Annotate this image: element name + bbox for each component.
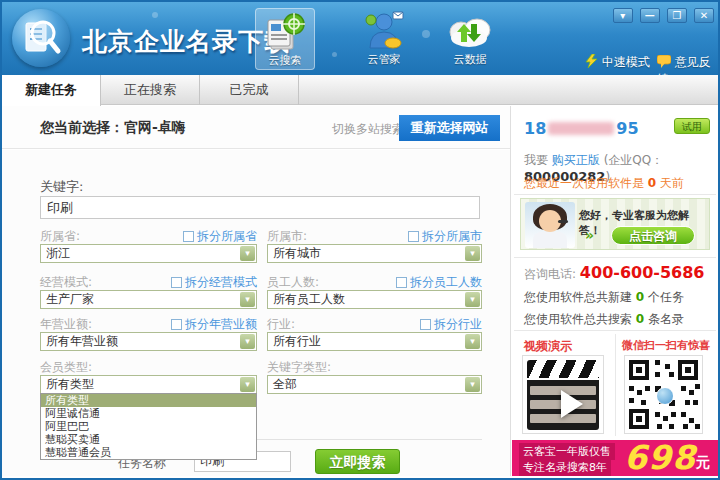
toolbar-button-label: 云搜索: [256, 53, 314, 68]
split-annual-revenue-checkbox[interactable]: 拆分年营业额: [171, 316, 257, 333]
video-demo-title: 视频演示: [524, 338, 572, 355]
stat-prefix: 您使用软件总共新建: [524, 290, 636, 304]
app-logo: [12, 9, 70, 67]
city-select[interactable]: 所有城市▾: [267, 244, 482, 263]
split-industry-checkbox[interactable]: 拆分行业: [420, 316, 482, 333]
business-mode-select[interactable]: 生产厂家▾: [40, 290, 257, 309]
select-value: 所有城市: [273, 246, 321, 260]
stat-prefix: 您使用软件总共搜索: [524, 312, 636, 326]
search-now-button[interactable]: 立即搜索: [315, 449, 400, 474]
keyword-input[interactable]: [40, 196, 480, 219]
split-business-mode-checkbox[interactable]: 拆分经营模式: [171, 274, 257, 291]
dropdown-option[interactable]: 阿里诚信通: [41, 407, 256, 420]
last-used-prefix: 您最近一次使用软件是: [524, 176, 648, 190]
tab-new-task[interactable]: 新建任务: [2, 75, 101, 106]
sparkle-decoration: [152, 12, 158, 18]
dropdown-option[interactable]: 慧聪普通会员: [41, 446, 256, 459]
dropdown-arrow-icon: ▾: [465, 377, 480, 392]
select-value: 所有员工人数: [273, 292, 345, 306]
minimize-button[interactable]: —: [640, 8, 660, 23]
select-value: 所有类型: [46, 377, 94, 391]
province-select[interactable]: 浙江▾: [40, 244, 257, 263]
buy-prefix: 我要: [524, 153, 552, 167]
tab-completed[interactable]: 已完成: [200, 75, 299, 105]
tasks-created-stat: 您使用软件总共新建 0 个任务: [524, 289, 684, 306]
lightning-icon: [585, 54, 598, 68]
checkbox-icon: [408, 231, 419, 242]
split-label: 拆分行业: [434, 317, 482, 331]
field-province: 所属省: 拆分所属省 浙江▾: [40, 228, 257, 264]
close-button[interactable]: ✕: [694, 8, 714, 23]
window-controls: ▾ — ❒ ✕: [611, 4, 714, 23]
tab-bar: 新建任务 正在搜索 已完成: [2, 75, 718, 105]
qq-label: (企业QQ：: [600, 153, 663, 167]
price-promo-banner[interactable]: 云客宝一年版仅售 专注名录搜索8年 698 元: [512, 440, 718, 476]
customer-service-banner[interactable]: 您好，专业客服为您解答！ » 点击咨询: [520, 198, 710, 250]
wechat-scan-title: 微信扫一扫有惊喜: [622, 338, 710, 353]
select-value: 浙江: [46, 246, 70, 260]
wechat-qr-code: [624, 355, 703, 434]
promo-line2: 专注名录搜索8年: [519, 459, 611, 476]
select-value: 所有年营业额: [46, 334, 118, 348]
speed-mode-button[interactable]: 中速模式: [585, 54, 650, 70]
clapperboard-body: [527, 380, 599, 430]
feedback-button[interactable]: 意见反馈: [657, 54, 718, 70]
industry-select[interactable]: 所有行业▾: [267, 332, 482, 351]
buy-genuine-link[interactable]: 购买正版: [552, 153, 600, 167]
hotline-label: 咨询电话:: [524, 267, 580, 281]
field-industry: 行业: 拆分行业 所有行业▾: [267, 316, 482, 352]
play-icon: [561, 390, 583, 418]
reselect-website-button[interactable]: 重新选择网站: [399, 115, 500, 141]
support-agent-photo: [525, 202, 575, 248]
toolbar-cloud-manager-button[interactable]: 云管家: [354, 8, 414, 70]
field-label: 行业:: [267, 316, 295, 333]
dropdown-option[interactable]: 所有类型: [41, 394, 256, 407]
dropdown-option[interactable]: 慧聪买卖通: [41, 433, 256, 446]
click-consult-button[interactable]: 点击咨询: [611, 226, 695, 245]
video-demo-thumbnail[interactable]: [522, 355, 604, 434]
field-city: 所属市: 拆分所属市 所有城市▾: [267, 228, 482, 264]
wechat-logo-icon: [656, 387, 674, 405]
promo-divider: [615, 334, 616, 436]
selection-bar: 您当前选择：官网-卓嗨 切换多站搜索 重新选择网站: [2, 106, 510, 149]
stat-count: 0: [636, 312, 644, 326]
tab-searching[interactable]: 正在搜索: [101, 75, 200, 105]
window-menu-button[interactable]: ▾: [613, 8, 633, 23]
dropdown-arrow-icon: ▾: [465, 334, 480, 349]
magnifier-document-icon: [12, 9, 70, 67]
speech-bubble-icon: [657, 55, 671, 68]
select-value: 所有行业: [273, 334, 321, 348]
field-label: 会员类型:: [40, 359, 92, 376]
switch-multisite-link[interactable]: 切换多站搜索: [332, 121, 404, 138]
speed-mode-label: 中速模式: [602, 55, 650, 69]
hotline-number: 400-600-5686: [580, 263, 705, 282]
member-type-select[interactable]: 所有类型▾: [40, 375, 257, 394]
field-label: 关键字类型:: [267, 359, 331, 376]
maximize-button[interactable]: ❒: [667, 8, 687, 23]
trial-badge-button[interactable]: 试用: [674, 118, 710, 134]
promo-price: 698: [624, 438, 696, 477]
keyword-type-select[interactable]: 全部▾: [267, 375, 482, 394]
field-member-type: 会员类型: 所有类型▾: [40, 359, 257, 395]
stat-count: 0: [636, 290, 644, 304]
toolbar-cloud-search-button[interactable]: 云搜索: [255, 8, 315, 70]
annual-revenue-select[interactable]: 所有年营业额▾: [40, 332, 257, 351]
phone-prefix: 18: [524, 119, 546, 138]
sidebar-divider: [510, 106, 511, 476]
split-city-checkbox[interactable]: 拆分所属市: [408, 228, 482, 245]
split-label: 拆分员工人数: [410, 275, 482, 289]
last-used-count: 0: [648, 176, 656, 190]
checkbox-icon: [420, 319, 431, 330]
dropdown-option[interactable]: 阿里巴巴: [41, 420, 256, 433]
toolbar-cloud-data-button[interactable]: 云数据: [440, 8, 500, 70]
employee-count-select[interactable]: 所有员工人数▾: [267, 290, 482, 309]
promo-price-unit: 元: [696, 454, 710, 472]
field-annual-revenue: 年营业额: 拆分年营业额 所有年营业额▾: [40, 316, 257, 352]
select-value: 生产厂家: [46, 292, 94, 306]
dropdown-arrow-icon: ▾: [240, 334, 255, 349]
split-employee-count-checkbox[interactable]: 拆分员工人数: [396, 274, 482, 291]
field-label: 员工人数:: [267, 274, 319, 291]
phone-redacted: [548, 122, 614, 135]
field-label: 所属省:: [40, 228, 80, 245]
split-province-checkbox[interactable]: 拆分所属省: [183, 228, 257, 245]
